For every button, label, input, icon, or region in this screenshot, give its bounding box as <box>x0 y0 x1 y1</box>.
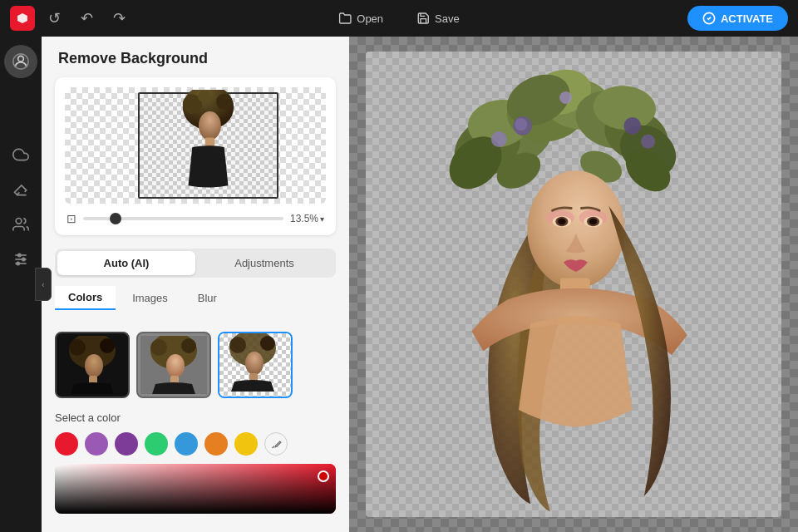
svg-point-47 <box>491 131 507 147</box>
zoom-value: 13.5% ▾ <box>290 213 324 224</box>
zoom-icon: ⊡ <box>66 212 76 225</box>
main-tabs: Auto (AI) Adjustments <box>55 249 336 278</box>
svg-point-12 <box>216 94 232 110</box>
app-logo <box>10 6 35 31</box>
thumbnails <box>42 332 349 411</box>
topbar: ↺ ↶ ↷ Open Save ACTIVATE <box>0 0 798 37</box>
activate-button[interactable]: ACTIVATE <box>687 6 788 31</box>
svg-point-49 <box>641 135 655 149</box>
eraser-button[interactable] <box>6 175 36 204</box>
color-section-title: Select a color <box>55 411 336 424</box>
woman-svg <box>366 52 781 517</box>
svg-point-30 <box>260 336 275 351</box>
swatch-yellow[interactable] <box>234 432 258 456</box>
svg-point-50 <box>559 91 572 104</box>
refresh-button[interactable]: ↺ <box>42 6 67 31</box>
collapse-button[interactable]: ‹ <box>35 268 52 301</box>
open-button[interactable]: Open <box>330 8 392 28</box>
svg-point-63 <box>589 219 597 225</box>
thumbnail-transparent[interactable] <box>218 332 293 398</box>
swatch-purple2[interactable] <box>115 432 138 456</box>
svg-point-9 <box>17 262 19 264</box>
swatch-orange[interactable] <box>204 432 228 456</box>
adjustments-button[interactable] <box>6 244 36 274</box>
profile-button[interactable] <box>4 45 37 78</box>
tabs-container: Auto (AI) Adjustments Colors Images Blur <box>42 249 349 332</box>
swatch-blue[interactable] <box>175 432 198 456</box>
svg-point-19 <box>100 338 115 353</box>
preview-box: ⊡ 13.5% ▾ <box>55 77 336 235</box>
icon-bar: ‹ <box>0 37 42 532</box>
undo-button[interactable]: ↶ <box>74 6 100 31</box>
main-content: ‹ <box>0 37 798 532</box>
svg-point-3 <box>16 219 22 224</box>
color-swatches <box>55 432 336 456</box>
svg-point-13 <box>198 90 210 102</box>
tab-auto-ai[interactable]: Auto (AI) <box>57 251 195 275</box>
swatch-green[interactable] <box>145 432 168 456</box>
woman-figure <box>366 52 781 517</box>
subtab-blur[interactable]: Blur <box>185 286 230 310</box>
canvas-area <box>349 37 798 532</box>
svg-point-18 <box>69 339 86 356</box>
svg-point-8 <box>22 258 25 260</box>
svg-point-20 <box>85 354 103 377</box>
panel-title: Remove Background <box>42 37 349 77</box>
thumbnail-light[interactable] <box>136 332 211 398</box>
subtab-images[interactable]: Images <box>119 286 181 310</box>
color-picker-preview[interactable] <box>55 464 336 514</box>
save-button[interactable]: Save <box>408 8 468 28</box>
color-section: Select a color <box>42 411 349 527</box>
thumbnail-dark[interactable] <box>55 332 130 398</box>
swatch-purple1[interactable] <box>85 432 108 456</box>
preview-image <box>65 87 326 204</box>
svg-point-31 <box>245 352 264 375</box>
eyedropper-button[interactable] <box>264 432 288 456</box>
zoom-dropdown-icon[interactable]: ▾ <box>320 214 324 224</box>
zoom-slider[interactable] <box>83 217 283 220</box>
sub-tabs: Colors Images Blur <box>55 286 336 310</box>
svg-point-24 <box>150 339 167 356</box>
swatch-red[interactable] <box>55 432 78 456</box>
tab-adjustments[interactable]: Adjustments <box>195 251 333 275</box>
svg-point-1 <box>18 56 24 62</box>
svg-point-26 <box>166 354 185 377</box>
svg-point-60 <box>558 219 565 225</box>
side-panel: Remove Background <box>42 37 349 532</box>
color-picker-handle[interactable] <box>318 470 329 482</box>
svg-point-25 <box>181 338 196 353</box>
svg-point-14 <box>199 111 221 140</box>
people-button[interactable] <box>6 209 36 239</box>
preview-controls: ⊡ 13.5% ▾ <box>65 212 326 225</box>
svg-point-46 <box>515 118 527 131</box>
svg-point-29 <box>229 337 246 353</box>
redo-button[interactable]: ↷ <box>106 6 132 31</box>
svg-point-48 <box>623 117 641 135</box>
svg-point-7 <box>18 254 21 256</box>
weather-button[interactable] <box>6 140 36 170</box>
subtab-colors[interactable]: Colors <box>55 286 116 310</box>
